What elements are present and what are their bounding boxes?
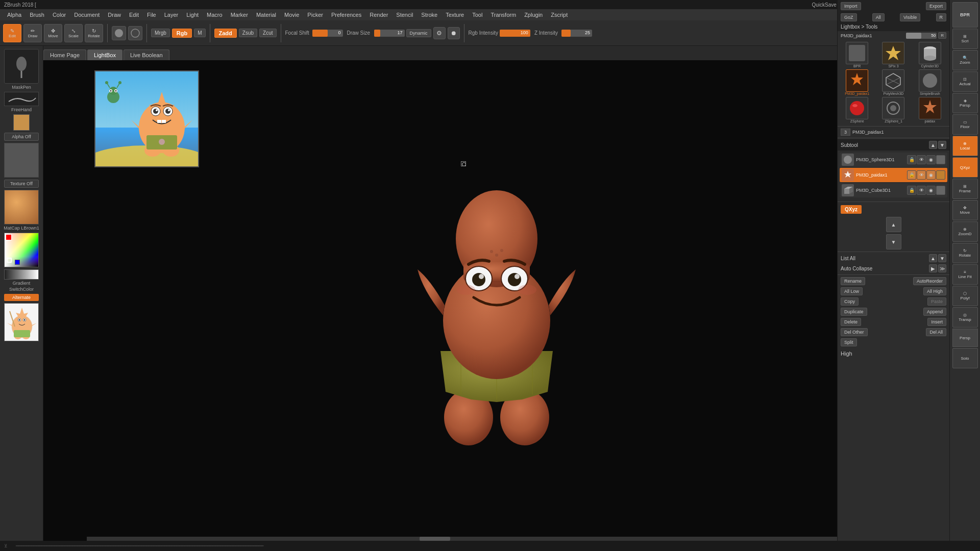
menu-zplugin[interactable]: Zplugin (520, 11, 547, 19)
mrgb-btn[interactable]: Mrgb (151, 29, 170, 37)
insert-btn[interactable]: Insert (927, 318, 946, 326)
menu-transform[interactable]: Transform (486, 11, 520, 19)
cylinder3d-thumb[interactable] (919, 42, 941, 64)
tab-home-page[interactable]: Home Page (43, 49, 86, 60)
subtool-vis-icon[interactable]: ◉ (926, 155, 936, 164)
list-arrow-up[interactable]: ▲ (929, 254, 937, 262)
subtool-cube-vis[interactable]: ◉ (926, 186, 936, 195)
subtool-paidax-col[interactable] (936, 170, 945, 180)
tool-item-zsphere[interactable]: ZSphere (840, 97, 874, 123)
menu-file[interactable]: File (143, 11, 160, 19)
delete-btn[interactable]: Delete (841, 318, 861, 326)
m-btn[interactable]: M (194, 29, 205, 37)
bpr-btn[interactable]: BPR (952, 2, 978, 28)
menu-macro[interactable]: Macro (203, 11, 227, 19)
tool-item-pm3d-paidax1[interactable]: PM3D_paidax1 (840, 69, 874, 95)
subtool-paidax1[interactable]: PM3D_paidax1 🔒 👁 ◉ (840, 168, 947, 182)
settings-icon[interactable]: ⚙ (433, 27, 446, 39)
zoomd-btn[interactable]: ⊕ ZoomD (952, 221, 978, 242)
pm3d-paidax1-thumb[interactable] (846, 69, 868, 92)
texture-preview[interactable] (4, 190, 39, 224)
focal-shift-slider[interactable]: 0 (312, 30, 343, 37)
tab-live-boolean[interactable]: Live Boolean (124, 49, 169, 60)
zadd-btn[interactable]: Zadd (214, 29, 237, 38)
rgb-btn[interactable]: Rgb (172, 29, 192, 38)
qrxz-btn[interactable]: QXyz (952, 157, 978, 178)
cam-down-btn[interactable]: ▼ (886, 234, 901, 249)
freehand-stroke[interactable] (4, 92, 39, 106)
rename-btn[interactable]: Rename (841, 277, 865, 285)
edit-btn[interactable]: ✎Edit (3, 24, 21, 42)
rotate-btn[interactable]: ↻Rotate (85, 24, 103, 42)
list-arrow-down[interactable]: ▼ (938, 254, 946, 262)
menu-light[interactable]: Light (182, 11, 203, 19)
subtool-paidax-eye[interactable]: 👁 (917, 170, 926, 180)
menu-movie[interactable]: Movie (280, 11, 303, 19)
list-all-label[interactable]: List All (841, 256, 855, 261)
menu-zscript[interactable]: Zscript (547, 11, 572, 19)
sphere-icon-2[interactable] (128, 26, 142, 40)
menu-draw[interactable]: Draw (104, 11, 125, 19)
collapse-arrow-right[interactable]: ▶ (929, 264, 937, 272)
zoom-btn[interactable]: 🔍 Zoom (952, 50, 978, 70)
subtool-cube-col[interactable] (936, 186, 945, 195)
menu-stroke[interactable]: Stroke (417, 11, 442, 19)
gradient-bar[interactable] (4, 269, 39, 280)
texture-off-btn[interactable]: Texture Off (4, 180, 39, 188)
zsphere1-thumb[interactable] (882, 97, 904, 119)
tool-item-zsphere1[interactable]: ZSphere_1 (876, 97, 911, 123)
draw-btn[interactable]: ✏Draw (23, 24, 42, 42)
ref-image-1[interactable] (94, 70, 199, 167)
export-btn[interactable]: Export (926, 2, 946, 10)
local-btn[interactable]: ⊕ Local (952, 136, 978, 156)
paidax-thumb[interactable] (919, 97, 941, 119)
sphere-icon-1[interactable] (112, 26, 126, 40)
zsub-btn[interactable]: Zsub (239, 29, 257, 37)
actual-btn[interactable]: ⊡ Actual (952, 71, 978, 92)
polymesh3d-thumb[interactable] (882, 69, 904, 92)
subtool-down[interactable]: ▼ (938, 141, 946, 149)
subtool-eye-icon[interactable]: 👁 (917, 155, 926, 164)
frame-btn[interactable]: ⊞ Frame (952, 179, 978, 199)
subtool-color-icon[interactable] (936, 155, 945, 164)
draw-size-slider[interactable]: 17 (374, 30, 405, 37)
tool-item-simplemesh[interactable]: SimpleBrush (913, 69, 947, 95)
tool-item-cylinder3d[interactable]: Cylinder3D (913, 42, 947, 68)
menu-brush[interactable]: Brush (26, 11, 48, 19)
sp1x3-thumb[interactable] (882, 42, 904, 64)
tool-item-paidax[interactable]: paidax (913, 97, 947, 123)
polyf-btn[interactable]: ⬡ Polyf (952, 286, 978, 306)
menu-render[interactable]: Render (365, 11, 392, 19)
menu-picker[interactable]: Picker (303, 11, 327, 19)
subtool-lock-icon[interactable]: 🔒 (907, 155, 916, 164)
z-intensity-slider[interactable]: 25 (561, 30, 592, 37)
all-high-btn[interactable]: All High (923, 287, 946, 295)
brush-icon[interactable] (4, 49, 39, 84)
split-btn[interactable]: Split (841, 338, 857, 346)
subtool-up[interactable]: ▲ (929, 141, 937, 149)
all-low-btn[interactable]: All Low (841, 287, 863, 295)
collapse-arrow-expand[interactable]: ≫ (938, 264, 946, 272)
record-icon[interactable]: ⏺ (448, 27, 460, 39)
zsphere-thumb[interactable] (846, 97, 868, 119)
menu-material[interactable]: Material (252, 11, 280, 19)
all-goz-btn[interactable]: All (872, 13, 885, 21)
import-btn[interactable]: Import (841, 2, 861, 10)
quick-save-btn[interactable]: QuickSave (812, 2, 837, 8)
menu-preferences[interactable]: Preferences (327, 11, 365, 19)
copy-btn[interactable]: Copy (841, 297, 859, 306)
transp-btn[interactable]: ◎ Transp (952, 307, 978, 328)
color-picker[interactable] (4, 233, 39, 267)
rgb-intensity-slider[interactable]: 100 (500, 30, 530, 37)
move-btn[interactable]: ✥Move (44, 24, 62, 42)
auto-reorder-btn[interactable]: AutoReorder (913, 277, 946, 285)
menu-color[interactable]: Color (48, 11, 70, 19)
xyz-btn[interactable]: QXyz (841, 205, 862, 214)
visible-btn[interactable]: Visible (900, 13, 920, 21)
menu-layer[interactable]: Layer (160, 11, 183, 19)
menu-document[interactable]: Document (70, 11, 104, 19)
canvas-area[interactable] (43, 60, 949, 541)
cam-up-btn[interactable]: ▲ (886, 217, 901, 232)
scroll-btn[interactable]: ⊞ Scrl (952, 29, 978, 49)
menu-stencil[interactable]: Stencil (392, 11, 417, 19)
